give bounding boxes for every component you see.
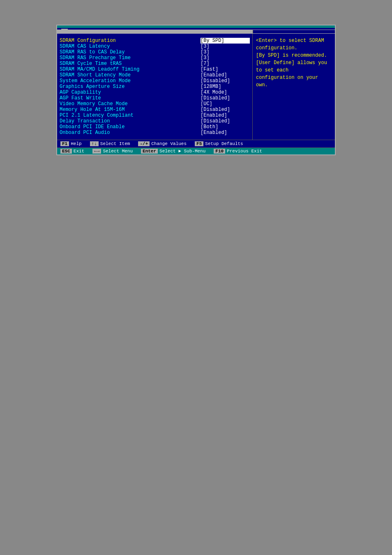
setting-label-9[interactable]: AGP Capability bbox=[60, 90, 199, 95]
footer-row1: F1Help↑↓Select Item-/+Change ValuesF5Set… bbox=[57, 140, 335, 147]
tab-advanced[interactable] bbox=[61, 29, 68, 30]
footer-row2: ESCExit←→Select MenuEnterSelect ► Sub-Me… bbox=[57, 147, 335, 154]
setting-value-1[interactable]: [3] bbox=[201, 44, 250, 49]
setting-value-8[interactable]: [128MB] bbox=[201, 84, 250, 90]
setting-label-12[interactable]: Memory Hole At 15M-16M bbox=[60, 107, 199, 113]
settings-values: [By SPD][3][3][3][7][Fast][Enabled][Disa… bbox=[201, 38, 250, 136]
footer-item-←→: ←→Select Menu bbox=[92, 149, 133, 154]
section-title bbox=[57, 30, 253, 33]
footer-item-F5: F5Setup Defaults bbox=[195, 141, 243, 146]
setting-value-9[interactable]: [4X Mode] bbox=[201, 90, 250, 95]
setting-value-10[interactable]: [Disabled] bbox=[201, 95, 250, 101]
setting-value-14[interactable]: [Disabled] bbox=[201, 118, 250, 124]
setting-value-3[interactable]: [3] bbox=[201, 55, 250, 61]
setting-value-0[interactable]: [By SPD] bbox=[201, 38, 250, 44]
setting-label-2[interactable]: SDRAM RAS to CAS Delay bbox=[60, 49, 199, 55]
setting-label-4[interactable]: SDRAM Cycle Time tRAS bbox=[60, 61, 199, 67]
setting-value-11[interactable]: [UC] bbox=[201, 101, 250, 107]
setting-label-5[interactable]: SDRAM MA/CMD Leadoff Timing bbox=[60, 67, 199, 72]
setting-label-13[interactable]: PCI 2.1 Latency Compliant bbox=[60, 113, 199, 118]
setting-value-16[interactable]: [Enabled] bbox=[201, 130, 250, 136]
help-panel: <Enter> to select SDRAMconfiguration.[By… bbox=[253, 34, 335, 140]
setting-label-1[interactable]: SDRAM CAS Latency bbox=[60, 44, 199, 49]
help-title bbox=[253, 30, 335, 33]
help-line-1: configuration. bbox=[256, 44, 332, 52]
setting-value-15[interactable]: [Both] bbox=[201, 124, 250, 130]
help-line-4: to set each bbox=[256, 67, 332, 74]
setting-label-6[interactable]: SDRAM Short Latency Mode bbox=[60, 72, 199, 78]
footer-item-F1: F1Help bbox=[60, 141, 82, 146]
setting-label-16[interactable]: Onboard PCI Audio bbox=[60, 130, 199, 136]
settings-labels: SDRAM ConfigurationSDRAM CAS LatencySDRA… bbox=[60, 38, 201, 136]
help-line-3: [User Define] allows you bbox=[256, 59, 332, 67]
bios-window: SDRAM ConfigurationSDRAM CAS LatencySDRA… bbox=[56, 25, 336, 155]
setting-label-0[interactable]: SDRAM Configuration bbox=[60, 38, 199, 44]
setting-value-2[interactable]: [3] bbox=[201, 49, 250, 55]
setting-value-4[interactable]: [7] bbox=[201, 61, 250, 67]
setting-value-6[interactable]: [Enabled] bbox=[201, 72, 250, 78]
setting-label-11[interactable]: Video Memory Cache Mode bbox=[60, 101, 199, 107]
setting-value-12[interactable]: [Disabled] bbox=[201, 107, 250, 113]
help-line-5: configuration on your bbox=[256, 74, 332, 81]
help-line-2: [By SPD] is recommended. bbox=[256, 52, 332, 59]
settings-area: SDRAM ConfigurationSDRAM CAS LatencySDRA… bbox=[57, 35, 252, 138]
footer-item-Enter: EnterSelect ► Sub-Menu bbox=[141, 149, 205, 154]
help-line-6: own. bbox=[256, 81, 332, 89]
setting-value-13[interactable]: [Enabled] bbox=[201, 113, 250, 118]
footer-item-↑↓: ↑↓Select Item bbox=[90, 141, 130, 146]
setting-label-15[interactable]: Onboard PCI IDE Enable bbox=[60, 124, 199, 130]
setting-label-10[interactable]: AGP Fast Write bbox=[60, 95, 199, 101]
help-line-0: <Enter> to select SDRAM bbox=[256, 37, 332, 44]
footer-item--/+: -/+Change Values bbox=[138, 141, 187, 146]
setting-label-8[interactable]: Graphics Aperture Size bbox=[60, 84, 199, 90]
setting-label-14[interactable]: Delay Transaction bbox=[60, 118, 199, 124]
main-content: SDRAM ConfigurationSDRAM CAS LatencySDRA… bbox=[57, 33, 335, 140]
setting-value-5[interactable]: [Fast] bbox=[201, 67, 250, 72]
settings-panel: SDRAM ConfigurationSDRAM CAS LatencySDRA… bbox=[57, 34, 253, 140]
setting-label-3[interactable]: SDRAM RAS Precharge Time bbox=[60, 55, 199, 61]
setting-value-7[interactable]: [Disabled] bbox=[201, 78, 250, 84]
help-text: <Enter> to select SDRAMconfiguration.[By… bbox=[256, 37, 332, 89]
footer-item-ESC: ESCExit bbox=[60, 149, 84, 154]
footer-item-F10: F10Previous Exit bbox=[214, 149, 262, 154]
setting-label-7[interactable]: System Acceleration Mode bbox=[60, 78, 199, 84]
